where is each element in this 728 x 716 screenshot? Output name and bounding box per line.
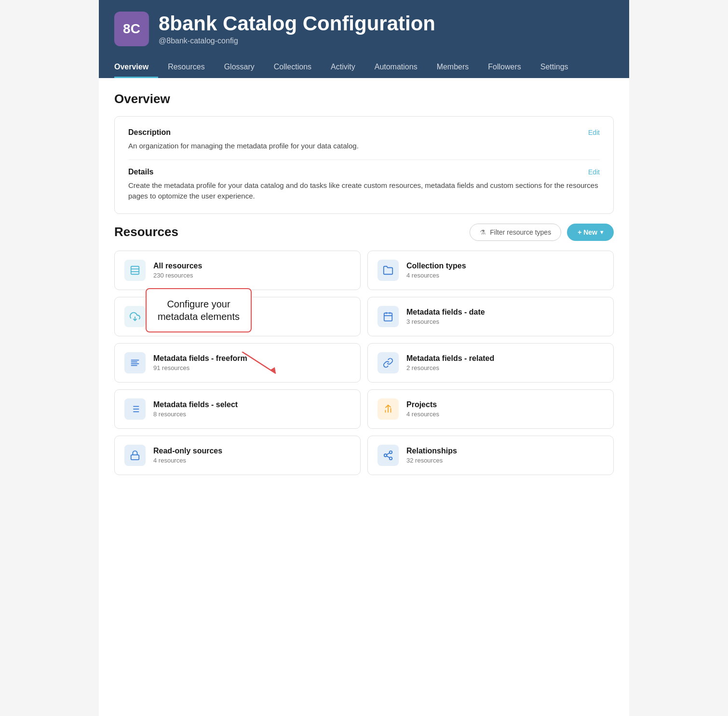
resource-card-datasets[interactable]: Datasets 8 resources	[114, 297, 361, 336]
divider	[128, 159, 600, 160]
svg-line-28	[387, 452, 390, 454]
overview-heading: Overview	[114, 92, 614, 106]
resource-name: Metadata fields - related	[406, 354, 604, 363]
details-section: Details Edit Create the metadata profile…	[128, 168, 600, 202]
logo: 8C	[114, 12, 149, 46]
filter-label: Filter resource types	[490, 228, 551, 236]
svg-point-25	[384, 454, 387, 457]
svg-point-26	[390, 457, 392, 460]
metadata-date-icon	[377, 306, 399, 327]
svg-point-24	[390, 451, 392, 453]
new-label: + New	[578, 228, 597, 236]
nav-members[interactable]: Members	[427, 56, 479, 78]
resource-name: Metadata fields - freeform	[153, 354, 351, 363]
resource-count: 3 resources	[406, 318, 604, 325]
nav-settings[interactable]: Settings	[531, 56, 578, 78]
projects-info: Projects 4 resources	[406, 400, 604, 418]
description-header: Description Edit	[128, 128, 600, 137]
datasets-info: Datasets 8 resources	[153, 308, 351, 325]
all-resources-info: All resources 230 resources	[153, 262, 351, 279]
details-edit-button[interactable]: Edit	[588, 168, 600, 176]
nav-resources[interactable]: Resources	[158, 56, 214, 78]
description-section: Description Edit An organization for man…	[128, 128, 600, 152]
resource-card-metadata-related[interactable]: Metadata fields - related 2 resources	[367, 343, 614, 383]
resource-name: Collection types	[406, 262, 604, 270]
svg-line-27	[387, 456, 390, 458]
resource-card-all-resources[interactable]: All resources 230 resources	[114, 251, 361, 290]
resource-count: 4 resources	[406, 411, 604, 418]
info-card: Description Edit An organization for man…	[114, 116, 614, 214]
metadata-related-info: Metadata fields - related 2 resources	[406, 354, 604, 371]
resource-card-metadata-date[interactable]: Metadata fields - date 3 resources	[367, 297, 614, 336]
resource-name: Read-only sources	[153, 447, 351, 455]
details-title: Details	[128, 168, 153, 176]
metadata-select-info: Metadata fields - select 8 resources	[153, 400, 351, 418]
resources-heading: Resources	[114, 225, 178, 239]
resource-count: 230 resources	[153, 272, 351, 279]
datasets-icon	[124, 306, 146, 327]
main-content: Overview Description Edit An organizatio…	[99, 78, 629, 489]
filter-icon: ⚗	[480, 228, 486, 236]
nav-overview[interactable]: Overview	[114, 56, 158, 78]
chevron-down-icon: ▾	[600, 229, 603, 236]
resource-name: All resources	[153, 262, 351, 270]
resource-count: 91 resources	[153, 364, 351, 371]
resource-card-collection-types[interactable]: Collection types 4 resources	[367, 251, 614, 290]
resources-actions: ⚗ Filter resource types + New ▾	[470, 224, 614, 241]
details-text: Create the metadata profile for your dat…	[128, 180, 600, 202]
resource-card-relationships[interactable]: Relationships 32 resources	[367, 436, 614, 475]
svg-rect-6	[384, 313, 392, 321]
nav: Overview Resources Glossary Collections …	[114, 56, 614, 78]
relationships-info: Relationships 32 resources	[406, 447, 604, 464]
svg-rect-23	[131, 455, 139, 460]
resource-name: Metadata fields - select	[153, 400, 351, 409]
metadata-freeform-info: Metadata fields - freeform 91 resources	[153, 354, 351, 371]
nav-activity[interactable]: Activity	[321, 56, 365, 78]
collection-types-info: Collection types 4 resources	[406, 262, 604, 279]
logo-text: 8C	[123, 21, 140, 37]
resource-count: 2 resources	[406, 364, 604, 371]
new-button[interactable]: + New ▾	[567, 224, 614, 241]
resource-grid: Configure your metadata elements	[114, 251, 614, 475]
nav-followers[interactable]: Followers	[478, 56, 530, 78]
svg-rect-2	[131, 266, 139, 274]
resource-name: Metadata fields - date	[406, 308, 604, 317]
metadata-date-info: Metadata fields - date 3 resources	[406, 308, 604, 325]
nav-collections[interactable]: Collections	[264, 56, 321, 78]
description-edit-button[interactable]: Edit	[588, 129, 600, 136]
metadata-related-icon	[377, 352, 399, 373]
resource-card-metadata-select[interactable]: Metadata fields - select 8 resources	[114, 389, 361, 429]
header: 8C 8bank Catalog Configuration @8bank-ca…	[99, 0, 629, 78]
resource-card-projects[interactable]: Projects 4 resources	[367, 389, 614, 429]
resource-count: 4 resources	[406, 272, 604, 279]
relationships-icon	[377, 445, 399, 466]
resource-card-metadata-freeform[interactable]: Metadata fields - freeform 91 resources	[114, 343, 361, 383]
collection-types-icon	[377, 260, 399, 281]
nav-automations[interactable]: Automations	[365, 56, 427, 78]
description-text: An organization for managing the metadat…	[128, 141, 600, 152]
resource-card-readonly-sources[interactable]: Read-only sources 4 resources	[114, 436, 361, 475]
all-resources-icon	[124, 260, 146, 281]
projects-icon	[377, 398, 399, 420]
filter-button[interactable]: ⚗ Filter resource types	[470, 224, 561, 241]
resources-header: Resources ⚗ Filter resource types + New …	[114, 224, 614, 241]
header-subtitle: @8bank-catalog-config	[159, 37, 435, 45]
resource-count: 8 resources	[153, 411, 351, 418]
resource-name: Relationships	[406, 447, 604, 455]
resource-name: Projects	[406, 400, 604, 409]
nav-glossary[interactable]: Glossary	[215, 56, 264, 78]
metadata-freeform-icon	[124, 352, 146, 373]
details-header: Details Edit	[128, 168, 600, 176]
readonly-sources-icon	[124, 445, 146, 466]
description-title: Description	[128, 128, 171, 137]
page-title: 8bank Catalog Configuration	[159, 13, 435, 35]
header-title-group: 8bank Catalog Configuration @8bank-catal…	[159, 13, 435, 45]
resource-count: 4 resources	[153, 457, 351, 464]
resource-count: 32 resources	[406, 457, 604, 464]
resource-count: 8 resources	[153, 318, 351, 325]
header-top: 8C 8bank Catalog Configuration @8bank-ca…	[114, 12, 614, 56]
resource-name: Datasets	[153, 308, 351, 317]
metadata-select-icon	[124, 398, 146, 420]
readonly-sources-info: Read-only sources 4 resources	[153, 447, 351, 464]
